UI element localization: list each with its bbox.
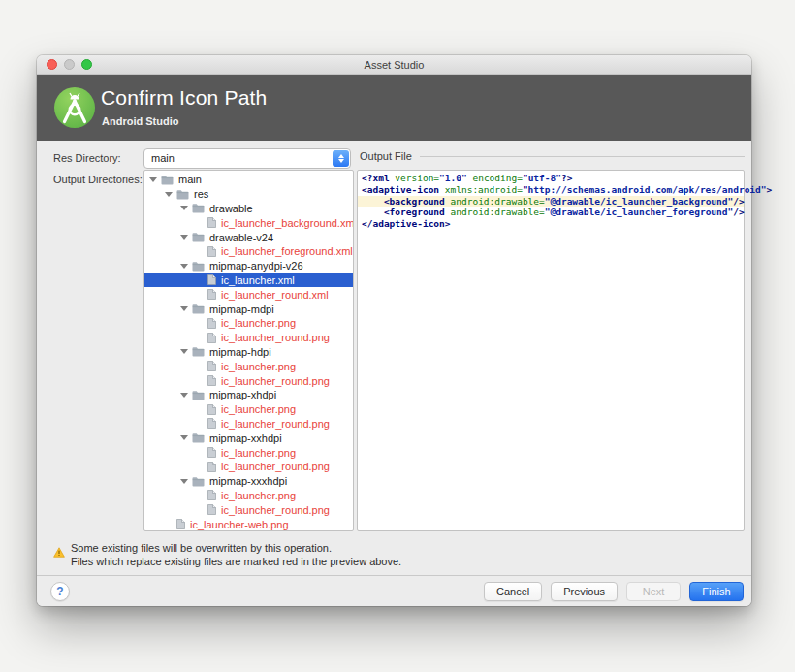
combo-stepper-icon[interactable] [333,150,349,167]
tree-item-label: mipmap-xxhdpi [209,432,282,444]
tree-item-mipmap-mdpi[interactable]: mipmap-mdpi [144,302,353,316]
tree-item-label: ic_launcher_round.png [221,461,330,472]
res-directory-value: main [151,152,175,164]
tree-item-label: ic_launcher.png [221,361,296,372]
tree-item-ic-launcher-round-png[interactable]: ic_launcher_round.png [144,460,353,474]
tree-item-res[interactable]: res [144,187,353,202]
wizard-buttons: CancelPreviousNextFinish [484,582,744,601]
tree-item-label: ic_launcher_background.xml [221,217,354,229]
wizard-content: Res Directory: main Output File Output D… [37,141,751,575]
file-icon [207,246,216,257]
folder-icon [192,476,205,487]
disclosure-triangle-icon[interactable] [180,349,188,354]
folder-icon [192,432,205,443]
tree-item-label: res [194,188,208,200]
disclosure-triangle-icon[interactable] [180,306,188,311]
code-line: <adaptive-icon xmlns:android="http://sch… [358,184,744,196]
tree-item-ic-launcher-png[interactable]: ic_launcher.png [144,359,353,373]
tree-item-drawable[interactable]: drawable [144,202,353,216]
tree-item-ic-launcher-round-xml[interactable]: ic_launcher_round.xml [144,287,353,302]
tree-item-ic-launcher-png[interactable]: ic_launcher.png [144,489,353,503]
disclosure-triangle-icon[interactable] [180,264,188,269]
tree-item-ic-launcher-round-png[interactable]: ic_launcher_round.png [144,417,353,432]
asset-studio-window: Asset Studio [37,55,751,606]
output-directories-label: Output Directories: [53,174,143,185]
warning-line-2: Files which replace existing files are m… [71,555,401,568]
desktop-background: Asset Studio [0,0,795,672]
traffic-lights [47,59,92,70]
output-file-separator [420,156,745,157]
file-icon [207,490,216,500]
tree-item-mipmap-anydpi-v26[interactable]: mipmap-anydpi-v26 [144,259,353,273]
res-directory-label: Res Directory: [53,152,121,164]
file-icon [207,447,216,458]
tree-item-mipmap-xxxhdpi[interactable]: mipmap-xxxhdpi [144,474,353,489]
disclosure-triangle-icon[interactable] [180,206,188,210]
tree-item-label: ic_launcher.png [221,490,296,501]
disclosure-triangle-icon[interactable] [165,192,173,197]
tree-item-ic-launcher-web-png[interactable]: ic_launcher-web.png [144,517,353,531]
tree-item-label: drawable [209,203,253,214]
tree-item-label: ic_launcher_round.png [221,418,330,430]
file-icon [207,318,216,329]
tree-item-ic-launcher-foreground-xml[interactable]: ic_launcher_foreground.xml [144,244,353,259]
disclosure-triangle-icon[interactable] [180,479,188,484]
close-window-button[interactable] [47,59,57,70]
tree-item-label: ic_launcher_round.xml [221,289,329,301]
file-icon [207,361,216,371]
tree-item-label: drawable-v24 [209,232,273,243]
help-button[interactable]: ? [50,582,70,601]
disclosure-triangle-icon[interactable] [149,177,157,182]
wizard-subtitle: Android Studio [102,115,178,127]
tree-item-label: ic_launcher_round.png [221,504,330,516]
wizard-header: Confirm Icon Path Android Studio [37,75,751,141]
tree-item-ic-launcher-round-png[interactable]: ic_launcher_round.png [144,331,353,345]
disclosure-triangle-icon[interactable] [180,435,188,440]
finish-button[interactable]: Finish [689,582,744,601]
disclosure-triangle-icon[interactable] [180,393,188,398]
cancel-button[interactable]: Cancel [484,582,542,601]
tree-item-ic-launcher-png[interactable]: ic_launcher.png [144,402,353,417]
tree-item-ic-launcher-background-xml[interactable]: ic_launcher_background.xml [144,215,353,230]
tree-item-mipmap-xxhdpi[interactable]: mipmap-xxhdpi [144,431,353,445]
folder-icon [161,175,174,185]
window-title: Asset Studio [37,55,751,75]
output-file-preview: <?xml version="1.0" encoding="utf-8"?><a… [357,170,745,531]
warning-line-1: Some existing files will be overwritten … [71,541,401,555]
next-button[interactable]: Next [626,582,681,601]
file-icon [207,274,216,285]
tree-item-drawable-v24[interactable]: drawable-v24 [144,230,353,244]
tree-item-ic-launcher-png[interactable]: ic_launcher.png [144,316,353,331]
tree-item-label: mipmap-anydpi-v26 [209,260,303,272]
tree-item-label: ic_launcher.xml [221,274,295,286]
tree-item-main[interactable]: main [144,173,353,187]
file-icon [207,462,216,472]
tree-item-ic-launcher-round-png[interactable]: ic_launcher_round.png [144,373,353,388]
titlebar: Asset Studio [37,55,751,75]
folder-icon [192,390,205,400]
file-icon [207,333,216,343]
file-icon [207,217,216,228]
previous-button[interactable]: Previous [551,582,618,601]
zoom-window-button[interactable] [81,59,92,70]
tree-item-ic-launcher-round-png[interactable]: ic_launcher_round.png [144,502,353,517]
warning-icon [53,544,65,561]
tree-item-ic-launcher-xml[interactable]: ic_launcher.xml [144,273,353,288]
code-line: <?xml version="1.0" encoding="utf-8"?> [358,173,744,184]
tree-item-mipmap-hdpi[interactable]: mipmap-hdpi [144,345,353,360]
output-file-label: Output File [360,150,412,162]
tree-item-ic-launcher-png[interactable]: ic_launcher.png [144,445,353,460]
disclosure-triangle-icon[interactable] [180,235,188,240]
file-icon [207,504,216,515]
tree-item-mipmap-xhdpi[interactable]: mipmap-xhdpi [144,388,353,402]
code-line: </adaptive-icon> [358,218,744,230]
minimize-window-button[interactable] [64,59,75,70]
tree-item-label: main [178,174,202,185]
file-icon [207,418,216,429]
res-directory-select[interactable]: main [143,148,351,169]
tree-item-label: ic_launcher_round.png [221,375,330,387]
tree-item-label: ic_launcher.png [221,447,296,459]
folder-icon [192,261,205,272]
overwrite-warning: Some existing files will be overwritten … [53,541,401,568]
tree-item-label: mipmap-xxxhdpi [209,475,287,487]
